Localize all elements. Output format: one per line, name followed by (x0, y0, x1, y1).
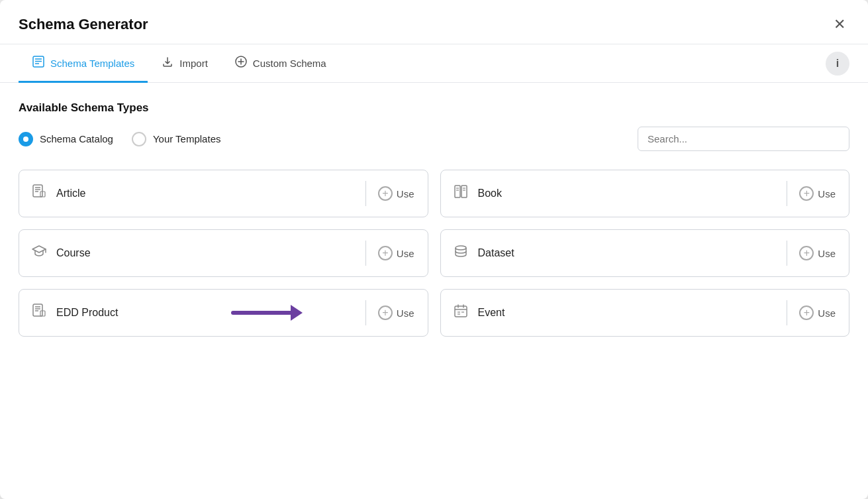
modal-header: Schema Generator ✕ (0, 0, 868, 44)
event-use-label: Use (818, 307, 836, 319)
schema-templates-icon (32, 55, 45, 72)
course-use-button[interactable]: + Use (377, 243, 416, 263)
article-icon (31, 184, 47, 203)
article-divider (365, 181, 366, 206)
import-icon (161, 55, 174, 72)
event-icon (453, 303, 469, 323)
dataset-label: Dataset (478, 247, 777, 259)
book-icon (453, 184, 469, 203)
card-event: Event + Use (440, 289, 850, 337)
svg-point-19 (456, 246, 466, 250)
card-dataset: Dataset + Use (440, 229, 850, 277)
course-divider (365, 241, 366, 266)
dataset-divider (787, 241, 787, 266)
radio-your-templates-circle (132, 132, 146, 146)
schema-generator-modal: Schema Generator ✕ Schema Templates (0, 0, 868, 499)
search-input[interactable] (638, 127, 849, 151)
radio-schema-catalog-label: Schema Catalog (40, 133, 113, 144)
edd-product-use-label: Use (397, 307, 414, 319)
modal-content: Available Schema Types Schema Catalog Yo… (0, 83, 868, 499)
cards-grid: Article + Use (19, 170, 849, 337)
tab-schema-templates[interactable]: Schema Templates (19, 44, 148, 83)
info-button[interactable]: i (826, 52, 849, 76)
tabs-bar: Schema Templates Import Custom Schema (0, 44, 868, 83)
close-button[interactable]: ✕ (830, 15, 849, 34)
svg-rect-20 (33, 304, 42, 316)
article-label: Article (56, 188, 355, 199)
edd-product-plus-icon: + (378, 305, 393, 320)
course-use-label: Use (397, 248, 414, 259)
section-title: Available Schema Types (19, 101, 849, 115)
modal-title: Schema Generator (19, 16, 148, 33)
dataset-use-button[interactable]: + Use (798, 243, 837, 263)
radio-group: Schema Catalog Your Templates (19, 132, 220, 146)
article-use-button[interactable]: + Use (377, 184, 416, 203)
card-book: Book + Use (440, 170, 850, 217)
dataset-use-label: Use (818, 248, 836, 259)
arrow-annotation (231, 305, 303, 321)
dataset-plus-icon: + (799, 246, 814, 260)
dataset-icon (453, 243, 469, 263)
custom-schema-icon (234, 55, 248, 72)
course-icon (31, 243, 47, 263)
tab-import[interactable]: Import (148, 44, 221, 83)
tab-custom-schema[interactable]: Custom Schema (221, 44, 340, 83)
tab-schema-templates-label: Schema Templates (50, 58, 134, 69)
book-plus-icon: + (799, 186, 814, 201)
course-plus-icon: + (378, 246, 393, 260)
arrow-head (291, 305, 303, 321)
book-use-button[interactable]: + Use (798, 184, 837, 203)
tab-custom-schema-label: Custom Schema (253, 58, 326, 69)
svg-rect-7 (33, 185, 42, 197)
radio-your-templates-label: Your Templates (153, 133, 221, 144)
filter-row: Schema Catalog Your Templates (19, 127, 849, 151)
tab-import-label: Import (179, 58, 208, 69)
edd-product-icon (31, 303, 47, 323)
radio-schema-catalog[interactable]: Schema Catalog (19, 132, 113, 146)
radio-your-templates[interactable]: Your Templates (132, 132, 221, 146)
card-article: Article + Use (19, 170, 428, 217)
event-use-button[interactable]: + Use (798, 303, 837, 323)
radio-schema-catalog-circle (19, 132, 33, 146)
card-course: Course + Use (19, 229, 428, 277)
svg-rect-25 (455, 306, 467, 317)
book-use-label: Use (818, 188, 836, 199)
event-plus-icon: + (799, 305, 814, 320)
card-edd-product: EDD Product + Use (19, 289, 428, 337)
edd-product-divider (365, 300, 366, 325)
info-icon: i (836, 58, 839, 70)
book-divider (787, 181, 787, 206)
arrow-body (231, 311, 291, 315)
event-label: Event (478, 307, 777, 319)
course-label: Course (56, 247, 355, 259)
edd-product-label: EDD Product (56, 307, 355, 319)
edd-product-use-button[interactable]: + Use (377, 303, 416, 323)
svg-rect-12 (455, 186, 460, 197)
event-divider (787, 300, 787, 325)
svg-rect-13 (461, 186, 467, 197)
article-plus-icon: + (378, 186, 393, 201)
article-use-label: Use (397, 188, 414, 199)
book-label: Book (478, 188, 777, 199)
